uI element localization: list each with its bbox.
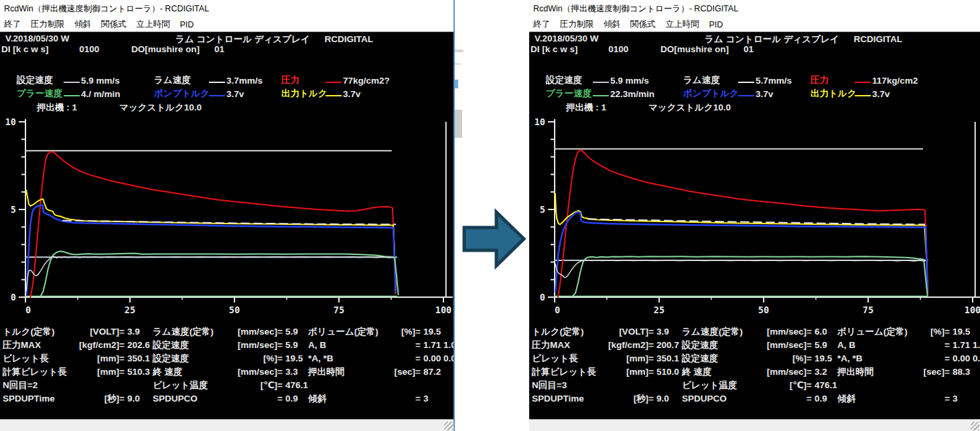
svg-text:100: 100: [965, 305, 980, 315]
resize-grip-icon[interactable]: [444, 422, 453, 430]
window-titlebar[interactable]: RcdWin（押出機速度制御コントローラ）‐ RCDIGITAL: [0, 0, 453, 17]
stat-SPDUPCO: SPDUPCO=0.9: [153, 392, 308, 406]
menu-item-立上時間[interactable]: 立上時間: [666, 19, 699, 30]
cycle-stats: トルク(定常)[VOLT]=3.9圧力MAX[kgf/cm2]=202.6ビレッ…: [3, 325, 452, 406]
window-titlebar[interactable]: RcdWin（押出機速度制御コントローラ）‐ RCDIGITAL: [529, 0, 980, 17]
stat-blank: [308, 379, 453, 392]
svg-text:50: 50: [758, 305, 769, 315]
svg-text:5: 5: [11, 204, 16, 215]
legend-output-torque: 出力トルク3.7v: [811, 87, 975, 100]
series-output-torque: [555, 193, 928, 292]
stat-ボリューム(定常): ボリューム(定常)[%]=19.5: [837, 325, 980, 339]
series-legend: 設定速度5.9 mm/sラム速度3.7mm/s圧力77kg/cm2?プラー速度4…: [17, 74, 451, 100]
max-torque: マックストルク10.0: [648, 102, 731, 114]
puller-speed-line-swatch: [593, 95, 609, 96]
stat-傾斜: 傾斜=3: [308, 392, 453, 406]
menu-item-終了[interactable]: 終了: [4, 19, 21, 30]
di-value: 0100: [79, 44, 99, 54]
menu-item-圧力制限[interactable]: 圧力制限: [560, 19, 593, 30]
series-puller-speed: [41, 251, 399, 296]
control-display-screen: V.2018/05/30 W ラム コントロール ディスプレイ RCDIGITA…: [529, 32, 980, 419]
series-puller-speed: [573, 256, 928, 296]
desktop-canvas: RcdWin（押出機速度制御コントローラ）‐ RCDIGITAL 終了圧力制限傾…: [0, 0, 980, 431]
pressure-line-swatch: [326, 82, 342, 83]
window-edge-artifact: [455, 63, 461, 65]
menu-item-終了[interactable]: 終了: [533, 19, 550, 30]
status-bar: [0, 419, 453, 431]
stat-ラム速度(定常): ラム速度(定常)[mm/sec]=5.9: [153, 325, 308, 339]
machine-info-row: 押出機 : 1 マックストルク10.0: [529, 102, 980, 114]
menu-item-立上時間[interactable]: 立上時間: [137, 19, 170, 30]
ram-speed-line-swatch: [209, 82, 225, 83]
legend-ram-speed: ラム速度3.7mm/s: [154, 74, 281, 87]
series-actual-speed-noise: [555, 260, 924, 278]
legend-ram-speed: ラム速度5.7mm/s: [683, 74, 811, 87]
pressure-line-swatch: [855, 82, 871, 83]
stat-計算ビレット長: 計算ビレット長[mm]=510.0: [532, 365, 682, 379]
svg-text:0: 0: [11, 292, 16, 303]
svg-text:25: 25: [125, 305, 135, 315]
window-edge-artifact: [455, 80, 458, 88]
cycle-stats: トルク(定常)[VOLT]=3.9圧力MAX[kgf/cm2]=200.7ビレッ…: [532, 325, 979, 406]
series-output-torque: [26, 190, 396, 292]
menu-item-傾斜[interactable]: 傾斜: [604, 19, 620, 30]
set-speed-line-swatch: [64, 82, 80, 83]
machine-info-row: 押出機 : 1 マックストルク10.0: [0, 102, 453, 114]
svg-text:50: 50: [229, 305, 240, 315]
svg-text:25: 25: [654, 305, 664, 315]
stat-A, B: A, B=1.71 1.07: [837, 339, 980, 352]
svg-text:10: 10: [5, 118, 16, 127]
status-bar: [529, 419, 980, 431]
stat-押出時間: 押出時間[sec]=87.2: [308, 365, 453, 379]
window-edge-artifact: [455, 110, 462, 138]
menu-item-関係式[interactable]: 関係式: [630, 19, 656, 30]
svg-text:75: 75: [334, 305, 344, 315]
resize-grip-icon[interactable]: [971, 422, 979, 430]
ram-speed-line-swatch: [738, 82, 754, 83]
pump-torque-line-swatch: [209, 95, 225, 96]
menu-item-PID[interactable]: PID: [180, 20, 194, 29]
extruder-number: 押出機 : 1: [566, 102, 606, 114]
stat-blank: [837, 379, 980, 392]
io-status-line: DI [k c w s] 0100 DO[mushire on] 01: [531, 44, 754, 54]
stat-終 速度: 終 速度[mm/sec]=3.3: [153, 365, 308, 379]
stat-終 速度: 終 速度[mm/sec]=3.2: [682, 365, 837, 379]
menu-item-関係式[interactable]: 関係式: [101, 19, 127, 30]
stat-ラム速度(定常): ラム速度(定常)[mm/sec]=6.0: [682, 325, 837, 339]
version-text: V.2018/05/30 W: [535, 33, 599, 44]
series-actual-speed-noise: [26, 256, 393, 291]
stat-トルク(定常): トルク(定常)[VOLT]=3.9: [3, 325, 153, 339]
trend-chart: 05100255075100: [535, 118, 980, 319]
puller-speed-line-swatch: [64, 95, 80, 96]
do-value: 01: [214, 44, 224, 54]
menu-item-圧力制限[interactable]: 圧力制限: [31, 19, 64, 30]
menu-item-PID[interactable]: PID: [709, 20, 723, 29]
stat-ビレット長: ビレット長[mm]=350.1: [3, 352, 153, 365]
stat-SPDUPTime: SPDUPTime[秒]=9.0: [532, 392, 682, 406]
legend-output-torque: 出力トルク3.7v: [281, 87, 446, 100]
stat-設定速度: 設定速度[mm/sec]=5.9: [682, 339, 837, 352]
io-status-line: DI [k c w s] 0100 DO[mushire on] 01: [1, 44, 224, 54]
window-title: RcdWin（押出機速度制御コントローラ）‐ RCDIGITAL: [533, 4, 738, 13]
svg-text:100: 100: [435, 305, 451, 315]
stat-圧力MAX: 圧力MAX[kgf/cm2]=200.7: [532, 339, 682, 352]
output-torque-line-swatch: [855, 95, 871, 96]
menu-bar: 終了圧力制限傾斜関係式立上時間PID: [529, 17, 980, 32]
display-title: ラム コントロール ディスプレイ: [176, 34, 310, 44]
right-arrow-icon: [464, 212, 524, 266]
menu-item-傾斜[interactable]: 傾斜: [74, 19, 91, 30]
svg-text:0: 0: [25, 305, 31, 315]
stat-SPDUPCO: SPDUPCO=0.9: [682, 392, 837, 406]
display-title: ラム コントロール ディスプレイ: [705, 34, 839, 44]
legend-puller-speed: プラー速度22.3m/min: [546, 87, 683, 100]
do-label: DO[mushire on]: [131, 44, 200, 54]
stat-ビレット温度: ビレット温度[℃]=476.1: [682, 379, 837, 392]
svg-text:5: 5: [540, 204, 545, 215]
transition-arrow: [462, 208, 527, 271]
window-title: RcdWin（押出機速度制御コントローラ）‐ RCDIGITAL: [4, 4, 209, 13]
stat-N回目=3: N回目=3: [532, 379, 682, 392]
stat-SPDUPTime: SPDUPTime[秒]=9.0: [3, 392, 153, 406]
stat-*A, *B: *A, *B=0.00 0.00: [308, 352, 453, 365]
display-brand: RCDIGITAL: [324, 34, 373, 44]
legend-pump-torque: ポンプトルク3.7v: [683, 87, 811, 100]
